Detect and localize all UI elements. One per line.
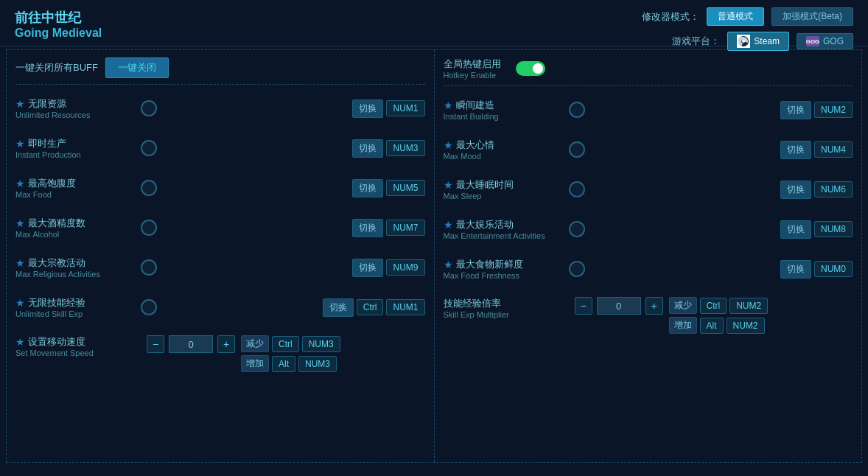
left-buff-switch-btn-2[interactable]: 切换: [352, 179, 383, 197]
right-buff-star-1[interactable]: ★: [444, 139, 453, 151]
left-buff-keybind-2: 切换 NUM5: [352, 179, 424, 197]
skill-exp-name-zh: 无限技能经验: [28, 296, 85, 309]
left-buff-name-zh-3: 最大酒精度数: [28, 217, 85, 230]
one-key-button[interactable]: 一键关闭: [105, 57, 169, 78]
movement-increase-mod-btn[interactable]: Alt: [272, 356, 295, 372]
mode-normal-button[interactable]: 普通模式: [707, 7, 764, 26]
movement-stepper: − 0 +: [147, 335, 235, 353]
right-buff-keybind-4: 切换 NUM0: [780, 260, 853, 279]
left-buff-name-en-3: Max Alcohol: [15, 230, 141, 239]
skill-exp-row: ★ 无限技能经验 Unlimited Skill Exp 切换 Ctrl NUM…: [15, 293, 425, 322]
movement-increase-key-btn[interactable]: NUM3: [298, 356, 337, 372]
skill-mult-minus-btn[interactable]: −: [575, 297, 592, 315]
left-buff-star-2[interactable]: ★: [15, 178, 25, 189]
skill-mult-increase-key-btn[interactable]: NUM2: [727, 318, 765, 334]
right-buff-name-en-3: Max Entertainment Activities: [444, 231, 569, 240]
one-key-bar: 一键关闭所有BUFF 一键关闭: [15, 57, 425, 85]
right-buff-key-btn-1[interactable]: NUM4: [814, 141, 853, 158]
left-buff-key-btn-3[interactable]: NUM7: [386, 220, 424, 236]
left-buff-toggle-3[interactable]: [141, 220, 157, 236]
right-buff-switch-btn-1[interactable]: 切换: [780, 141, 811, 159]
movement-increase-label: 增加: [241, 355, 269, 372]
left-buff-switch-btn-1[interactable]: 切换: [352, 139, 383, 158]
right-buff-key-btn-2[interactable]: NUM6: [814, 181, 853, 197]
right-buff-toggle-0[interactable]: [569, 102, 585, 118]
left-buff-switch-btn-0[interactable]: 切换: [352, 99, 383, 118]
right-buff-name-en-1: Max Mood: [444, 152, 569, 161]
header: 前往中世纪 Going Medieval 修改器模式： 普通模式 加强模式(Be…: [0, 0, 868, 46]
left-buff-star-0[interactable]: ★: [15, 98, 25, 110]
hotkey-toggle[interactable]: [516, 61, 545, 76]
skill-exp-star[interactable]: ★: [15, 297, 25, 309]
right-buff-toggle-4[interactable]: [569, 261, 585, 277]
skill-exp-keybind: 切换 Ctrl NUM1: [323, 298, 425, 317]
steam-label: Steam: [754, 36, 780, 46]
right-buff-star-0[interactable]: ★: [444, 99, 453, 111]
left-buff-toggle-0[interactable]: [141, 100, 157, 116]
left-buff-key-btn-1[interactable]: NUM3: [386, 140, 424, 156]
skill-exp-toggle[interactable]: [141, 299, 157, 315]
movement-reduce-mod-btn[interactable]: Ctrl: [272, 336, 299, 352]
right-buff-star-2[interactable]: ★: [444, 179, 453, 191]
skill-mult-stepper: − 0 +: [575, 297, 663, 315]
left-panel: 一键关闭所有BUFF 一键关闭 ★ 无限资源 Unlimited Resourc…: [7, 50, 435, 462]
left-buff-star-4[interactable]: ★: [15, 257, 25, 269]
left-buff-toggle-1[interactable]: [141, 140, 157, 156]
skill-mult-name-zh: 技能经验倍率: [444, 297, 501, 310]
hotkey-sublabel: Hotkey Enable: [444, 71, 501, 80]
mode-beta-button[interactable]: 加强模式(Beta): [771, 7, 853, 26]
skill-exp-ctrl-btn[interactable]: Ctrl: [357, 299, 384, 315]
skill-mult-plus-btn[interactable]: +: [645, 297, 663, 315]
skill-exp-switch-btn[interactable]: 切换: [323, 298, 354, 317]
right-buff-name-en-0: Instant Building: [444, 112, 569, 121]
movement-plus-btn[interactable]: +: [217, 335, 235, 353]
right-buff-switch-btn-2[interactable]: 切换: [780, 181, 811, 199]
platform-steam-button[interactable]: Steam: [727, 32, 789, 51]
right-buff-key-btn-3[interactable]: NUM8: [814, 221, 853, 237]
right-buff-toggle-3[interactable]: [569, 221, 585, 237]
platform-label: 游戏平台：: [672, 35, 720, 48]
right-buff-key-btn-0[interactable]: NUM2: [814, 102, 853, 118]
right-buff-keybind-2: 切换 NUM6: [780, 181, 853, 199]
left-buff-key-btn-4[interactable]: NUM9: [386, 259, 424, 276]
gog-label: GOG: [823, 36, 844, 46]
movement-star[interactable]: ★: [15, 336, 25, 348]
left-buff-star-1[interactable]: ★: [15, 138, 25, 150]
right-buff-star-4[interactable]: ★: [444, 259, 453, 270]
platform-gog-button[interactable]: GOG GOG: [797, 33, 853, 49]
right-buff-toggle-1[interactable]: [569, 141, 585, 158]
right-buff-name-zh-0: 瞬间建造: [456, 99, 494, 112]
right-buff-key-btn-4[interactable]: NUM0: [814, 261, 853, 277]
left-buff-switch-btn-4[interactable]: 切换: [352, 259, 383, 277]
left-buff-toggle-2[interactable]: [141, 180, 157, 196]
left-buff-key-btn-2[interactable]: NUM5: [386, 180, 424, 196]
left-buff-key-btn-0[interactable]: NUM1: [386, 100, 424, 116]
right-buff-name-zh-4: 最大食物新鲜度: [456, 258, 523, 271]
skill-multiplier-row: 技能经验倍率 Skill Exp Multiplier − 0 + 减少 Ctr…: [444, 294, 853, 334]
movement-minus-btn[interactable]: −: [147, 335, 164, 353]
right-buff-row-3: ★ 最大娱乐活动 Max Entertainment Activities 切换…: [444, 214, 853, 244]
left-buff-switch-btn-3[interactable]: 切换: [352, 219, 383, 237]
left-buff-name-en-2: Max Food: [15, 190, 141, 199]
main-content: 一键关闭所有BUFF 一键关闭 ★ 无限资源 Unlimited Resourc…: [6, 49, 862, 463]
skill-exp-key-btn[interactable]: NUM1: [386, 299, 424, 315]
movement-name-zh: 设置移动速度: [28, 335, 85, 349]
movement-name-en: Set Movement Speed: [15, 349, 141, 357]
right-buff-name-en-4: Max Food Freshness: [444, 271, 569, 280]
skill-mult-reduce-key-btn[interactable]: NUM2: [729, 298, 768, 314]
movement-keybinds: 减少 Ctrl NUM3 增加 Alt NUM3: [241, 335, 340, 372]
movement-reduce-row: 减少 Ctrl NUM3: [241, 335, 340, 352]
left-buff-star-3[interactable]: ★: [15, 217, 25, 229]
left-buff-name-en-1: Instant Production: [15, 150, 141, 159]
right-buff-switch-btn-0[interactable]: 切换: [780, 101, 811, 119]
right-buff-switch-btn-3[interactable]: 切换: [780, 220, 811, 239]
left-buff-toggle-4[interactable]: [141, 259, 157, 276]
right-buff-toggle-2[interactable]: [569, 181, 585, 197]
right-buff-switch-btn-4[interactable]: 切换: [780, 260, 811, 279]
skill-mult-increase-mod-btn[interactable]: Alt: [700, 318, 724, 334]
skill-mult-reduce-mod-btn[interactable]: Ctrl: [700, 298, 727, 314]
right-buff-name-zh-2: 最大睡眠时间: [456, 178, 514, 192]
movement-reduce-key-btn[interactable]: NUM3: [302, 336, 340, 352]
skill-mult-value: 0: [597, 297, 641, 315]
right-buff-star-3[interactable]: ★: [444, 219, 453, 231]
